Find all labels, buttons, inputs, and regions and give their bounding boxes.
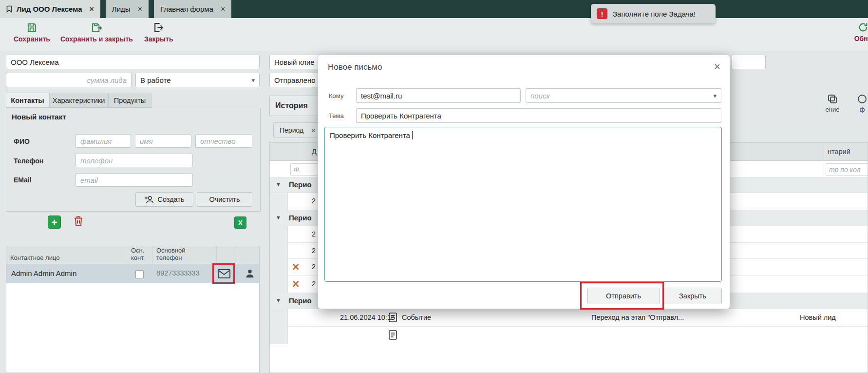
expander-cell <box>270 226 288 242</box>
recipient-search-select[interactable]: поиск ▾ <box>526 88 721 103</box>
firstname-input[interactable] <box>135 134 191 148</box>
close-button[interactable]: Закрыть <box>663 288 722 304</box>
export-excel-button[interactable]: X <box>234 216 246 229</box>
error-icon: ! <box>597 8 607 19</box>
tab-products-label: Продукты <box>114 97 146 104</box>
copy-icon <box>828 94 837 104</box>
create-contact-button[interactable]: Создать <box>135 192 193 207</box>
middlename-input[interactable] <box>195 134 252 148</box>
window-tabbar: Лид ООО Лексема × Лиды × Главная форма × <box>0 0 868 18</box>
tab-history[interactable]: История <box>269 96 324 116</box>
add-row-button[interactable]: + <box>48 216 61 229</box>
refresh-button[interactable]: Обно <box>849 22 868 42</box>
collapse-triangle-icon[interactable]: ▼ <box>276 215 281 220</box>
save-button[interactable]: Сохранить <box>14 22 50 43</box>
message-body-textarea[interactable]: Проверить Контрагента <box>324 127 722 282</box>
status-select[interactable]: В работе ▾ <box>135 73 260 87</box>
save-icon <box>26 22 38 33</box>
contact-row[interactable]: Admin Admin Admin 89273333333 <box>6 264 259 283</box>
search-placeholder: поиск <box>530 92 550 100</box>
main-contact-checkbox[interactable] <box>135 270 144 278</box>
app-screen: Лид ООО Лексема × Лиды × Главная форма ×… <box>0 0 868 373</box>
tab-contacts-label: Контакты <box>11 97 44 104</box>
history-row-partial[interactable] <box>270 327 868 344</box>
close-icon[interactable]: × <box>90 5 94 14</box>
row-date: 2 <box>312 247 316 255</box>
window-tab-leads[interactable]: Лиды × <box>106 0 149 18</box>
top-right-field[interactable] <box>732 55 766 69</box>
tab-contacts[interactable]: Контакты <box>6 93 49 108</box>
subject-label: Тема <box>329 112 344 119</box>
expander-cell <box>270 259 288 275</box>
contact-phone: 89273333333 <box>156 269 200 277</box>
new-contact-title: Новый контакт <box>12 113 66 121</box>
window-tab-main-form[interactable]: Главная форма × <box>154 0 231 18</box>
lead-amount-input[interactable] <box>6 73 132 87</box>
close-icon[interactable]: × <box>138 5 142 14</box>
side-button-attachment[interactable]: ение <box>821 94 844 113</box>
excel-icon: X <box>238 219 243 227</box>
lastname-input[interactable] <box>75 134 131 148</box>
cancel-icon[interactable]: × <box>292 276 300 291</box>
event-icon <box>389 330 397 340</box>
comment-column-header: нтарий <box>828 148 850 156</box>
comment-filter-input[interactable] <box>826 163 868 176</box>
create-contact-label: Создать <box>157 196 184 203</box>
tab-products[interactable]: Продукты <box>108 93 151 108</box>
bookmark-icon <box>6 5 12 13</box>
contact-email-input[interactable] <box>75 173 193 187</box>
close-icon[interactable]: × <box>714 60 720 73</box>
clear-contact-button[interactable]: Очистить <box>197 192 252 207</box>
open-contact-button[interactable] <box>245 269 255 278</box>
person-plus-icon <box>144 196 154 204</box>
envelope-icon <box>218 269 230 278</box>
status-value: В работе <box>140 76 171 84</box>
collapse-triangle-icon[interactable]: ▼ <box>276 181 281 187</box>
expander-cell <box>270 309 288 326</box>
send-button[interactable]: Отправить <box>587 288 660 304</box>
toast-text: Заполните поле Задача! <box>613 10 696 18</box>
side-button-label: ф <box>860 106 865 113</box>
dialog-title: Новое письмо <box>328 62 382 72</box>
chevron-down-icon: ▾ <box>251 77 255 84</box>
clear-contact-label: Очистить <box>209 196 240 203</box>
close-form-label: Закрыть <box>144 35 173 43</box>
group-label: Перио <box>289 180 312 189</box>
event-icon <box>389 313 397 322</box>
delete-row-button[interactable] <box>73 215 84 227</box>
history-event-row[interactable]: 21.06.2024 10:16 Событие Переход на этап… <box>270 309 868 327</box>
close-form-button[interactable]: Закрыть <box>144 22 173 43</box>
contacts-table-header: Контактное лицо Осн. конт. Основной теле… <box>6 246 259 264</box>
to-input[interactable] <box>356 88 521 103</box>
email-label: EMail <box>14 176 32 184</box>
company-name-input[interactable] <box>6 55 260 69</box>
save-and-close-button[interactable]: Сохранить и закрыть <box>60 22 133 43</box>
expander-cell <box>270 276 288 293</box>
side-button-filter[interactable]: ф <box>853 94 868 113</box>
window-tab-label: Главная форма <box>160 5 213 13</box>
tab-characteristics-label: Характеристики <box>53 97 105 104</box>
event-type: Событие <box>402 314 431 321</box>
side-button-label: ение <box>826 106 840 113</box>
close-icon[interactable]: × <box>311 126 316 135</box>
contact-phone-input[interactable] <box>75 154 193 167</box>
expander-cell <box>270 243 288 258</box>
group-label: Перио <box>289 214 312 222</box>
column-person <box>237 246 260 264</box>
to-label: Кому <box>329 92 343 99</box>
event-comment: Переход на этап "Отправл... <box>591 314 684 321</box>
subject-input[interactable] <box>356 108 721 123</box>
date-column-header: Д <box>312 148 317 156</box>
toast-notification: ! Заполните поле Задача! <box>591 4 716 23</box>
chevron-down-icon: ▾ <box>713 92 717 99</box>
send-mail-button[interactable] <box>218 269 230 278</box>
person-icon <box>245 269 255 278</box>
collapse-triangle-icon[interactable]: ▼ <box>276 297 281 303</box>
exit-icon <box>153 22 164 33</box>
tab-characteristics[interactable]: Характеристики <box>49 93 108 108</box>
close-icon[interactable]: × <box>221 5 225 14</box>
cancel-icon[interactable]: × <box>292 259 300 274</box>
window-tab-lead[interactable]: Лид ООО Лексема × <box>0 0 100 18</box>
circle-icon <box>857 94 867 104</box>
exclaim-glyph: ! <box>601 10 604 18</box>
